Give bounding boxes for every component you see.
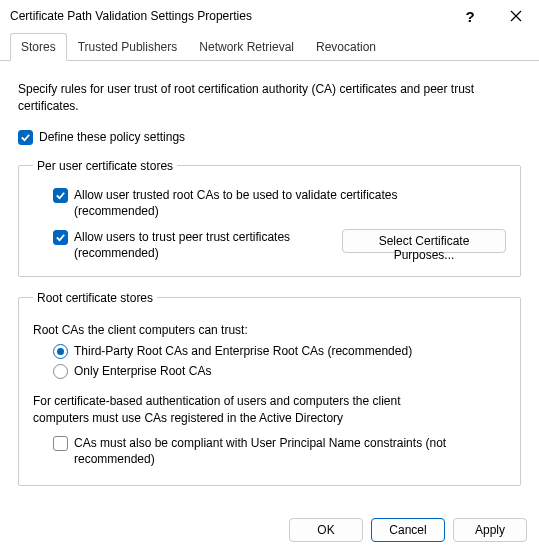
tab-bar: Stores Trusted Publishers Network Retrie… bbox=[0, 32, 539, 61]
per-user-legend: Per user certificate stores bbox=[33, 159, 177, 173]
radio-enterprise-only[interactable] bbox=[53, 364, 68, 379]
close-icon bbox=[510, 10, 522, 22]
intro-text: Specify rules for user trust of root cer… bbox=[18, 81, 521, 115]
ok-button[interactable]: OK bbox=[289, 518, 363, 542]
allow-peer-label: Allow users to trust peer trust certific… bbox=[74, 229, 324, 261]
window-title: Certificate Path Validation Settings Pro… bbox=[10, 9, 447, 23]
help-button[interactable]: ? bbox=[447, 0, 493, 32]
tab-revocation[interactable]: Revocation bbox=[305, 33, 387, 61]
root-cas-intro: Root CAs the client computers can trust: bbox=[33, 323, 506, 337]
define-policy-checkbox[interactable] bbox=[18, 130, 33, 145]
titlebar: Certificate Path Validation Settings Pro… bbox=[0, 0, 539, 32]
allow-trusted-label: Allow user trusted root CAs to be used t… bbox=[74, 187, 414, 219]
cancel-button[interactable]: Cancel bbox=[371, 518, 445, 542]
compliant-label: CAs must also be compliant with User Pri… bbox=[74, 435, 506, 467]
checkmark-icon bbox=[20, 132, 31, 143]
allow-peer-checkbox[interactable] bbox=[53, 230, 68, 245]
define-policy-label: Define these policy settings bbox=[39, 129, 185, 145]
allow-trusted-checkbox[interactable] bbox=[53, 188, 68, 203]
apply-button[interactable]: Apply bbox=[453, 518, 527, 542]
compliant-row: CAs must also be compliant with User Pri… bbox=[53, 435, 506, 467]
checkmark-icon bbox=[55, 232, 66, 243]
radio-enterprise-only-row: Only Enterprise Root CAs bbox=[53, 363, 506, 379]
root-stores-group: Root certificate stores Root CAs the cli… bbox=[18, 291, 521, 486]
radio-enterprise-only-label: Only Enterprise Root CAs bbox=[74, 363, 211, 379]
allow-trusted-row: Allow user trusted root CAs to be used t… bbox=[53, 187, 506, 219]
radio-third-party-label: Third-Party Root CAs and Enterprise Root… bbox=[74, 343, 412, 359]
dialog-footer: OK Cancel Apply bbox=[289, 518, 527, 542]
allow-peer-row: Allow users to trust peer trust certific… bbox=[53, 229, 324, 261]
root-stores-legend: Root certificate stores bbox=[33, 291, 157, 305]
select-certificate-purposes-button[interactable]: Select Certificate Purposes... bbox=[342, 229, 506, 253]
per-user-group: Per user certificate stores Allow user t… bbox=[18, 159, 521, 277]
tab-stores[interactable]: Stores bbox=[10, 33, 67, 61]
close-button[interactable] bbox=[493, 0, 539, 32]
checkmark-icon bbox=[55, 190, 66, 201]
radio-third-party-row: Third-Party Root CAs and Enterprise Root… bbox=[53, 343, 506, 359]
tab-panel-stores: Specify rules for user trust of root cer… bbox=[0, 61, 539, 500]
tab-trusted-publishers[interactable]: Trusted Publishers bbox=[67, 33, 189, 61]
allow-peer-row-container: Allow users to trust peer trust certific… bbox=[53, 229, 506, 261]
radio-third-party[interactable] bbox=[53, 344, 68, 359]
tab-network-retrieval[interactable]: Network Retrieval bbox=[188, 33, 305, 61]
ad-info-text: For certificate-based authentication of … bbox=[33, 393, 453, 427]
define-policy-row: Define these policy settings bbox=[18, 129, 521, 145]
compliant-checkbox[interactable] bbox=[53, 436, 68, 451]
